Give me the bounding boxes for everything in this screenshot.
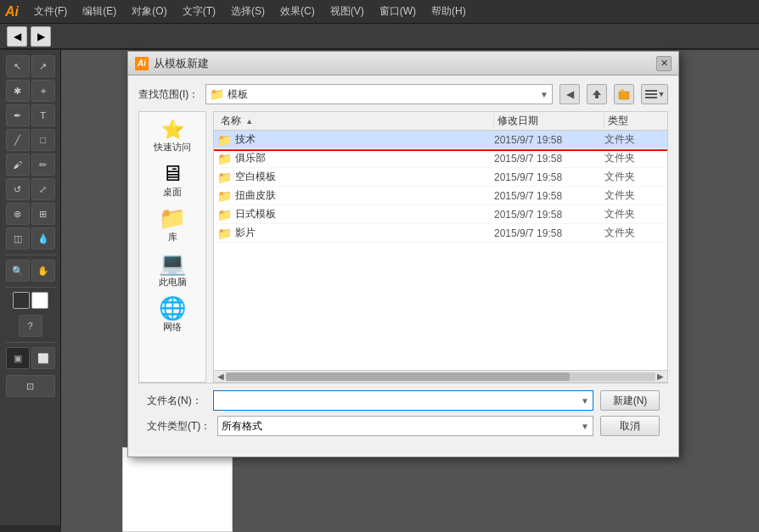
filetype-row: 文件类型(T)： 所有格式 ▼ 取消 bbox=[147, 416, 660, 436]
library-icon: 📁 bbox=[159, 207, 186, 229]
filename-label: 文件名(N)： bbox=[147, 394, 206, 408]
menu-object[interactable]: 对象(O) bbox=[125, 2, 173, 21]
select-tool[interactable]: ↖ bbox=[6, 55, 30, 77]
network-item[interactable]: 🌐 网络 bbox=[143, 294, 202, 337]
toolbar-btn-2[interactable]: ▶ bbox=[31, 26, 51, 47]
folder-icon-1: 📁 bbox=[217, 152, 232, 165]
filetype-label: 文件类型(T)： bbox=[147, 419, 211, 434]
dialog-close-button[interactable]: ✕ bbox=[656, 56, 672, 71]
file-name-0: 技术 bbox=[235, 132, 494, 147]
horizontal-scrollbar[interactable]: ◀ ▶ bbox=[214, 370, 667, 382]
search-combo-text: 模板 bbox=[228, 87, 537, 102]
question-tool[interactable]: ? bbox=[19, 315, 42, 337]
scroll-thumb[interactable] bbox=[226, 372, 570, 381]
cancel-button[interactable]: 取消 bbox=[600, 416, 660, 436]
screen-mode-btn[interactable]: ⬜ bbox=[31, 347, 55, 369]
hand-tool[interactable]: ✋ bbox=[31, 260, 55, 282]
menu-window[interactable]: 窗口(W) bbox=[373, 2, 423, 21]
quick-access-item[interactable]: ⭐ 快速访问 bbox=[143, 117, 202, 157]
menu-effect[interactable]: 效果(C) bbox=[273, 2, 322, 21]
stroke-color[interactable] bbox=[31, 292, 48, 309]
filename-input-combo[interactable]: ▼ bbox=[213, 390, 593, 411]
go-back-btn[interactable]: ◀ bbox=[559, 84, 580, 104]
canvas-preview bbox=[122, 447, 233, 532]
star-icon: ⭐ bbox=[161, 120, 184, 139]
toolbar-btn-1[interactable]: ◀ bbox=[7, 26, 27, 47]
type-tool[interactable]: T bbox=[31, 104, 55, 126]
filetype-combo[interactable]: 所有格式 ▼ bbox=[217, 416, 593, 436]
folder-icon-0: 📁 bbox=[217, 133, 232, 147]
go-up-btn[interactable] bbox=[587, 84, 607, 104]
eyedropper-tool[interactable]: 💧 bbox=[31, 227, 55, 249]
menu-edit[interactable]: 编辑(E) bbox=[76, 2, 123, 21]
blend-tool[interactable]: ⊗ bbox=[6, 203, 30, 225]
zoom-tool[interactable]: 🔍 bbox=[6, 260, 30, 282]
new-folder-icon bbox=[618, 88, 630, 100]
filename-dropdown-arrow: ▼ bbox=[581, 396, 589, 406]
filetype-dropdown-arrow: ▼ bbox=[581, 422, 589, 431]
file-row[interactable]: 📁 空白模板 2015/9/7 19:58 文件夹 bbox=[214, 168, 667, 187]
menu-select[interactable]: 选择(S) bbox=[224, 2, 272, 21]
file-list-container: ⭐ 快速访问 🖥 桌面 📁 库 💻 此电脑 🌐 网络 bbox=[138, 111, 668, 383]
file-row[interactable]: 📁 扭曲皮肤 2015/9/7 19:58 文件夹 bbox=[214, 187, 667, 205]
this-pc-icon: 💻 bbox=[159, 252, 186, 274]
col-type-header[interactable]: 类型 bbox=[604, 114, 664, 128]
rect-tool[interactable]: □ bbox=[31, 129, 55, 151]
library-label: 库 bbox=[168, 231, 177, 244]
menu-file[interactable]: 文件(F) bbox=[27, 2, 74, 21]
gradient-tool[interactable]: ◫ bbox=[6, 227, 30, 249]
direct-select-tool[interactable]: ↗ bbox=[31, 55, 55, 77]
this-pc-item[interactable]: 💻 此电脑 bbox=[143, 249, 202, 292]
file-date-5: 2015/9/7 19:58 bbox=[494, 227, 604, 239]
dialog-titlebar: Ai 从模板新建 ✕ bbox=[128, 52, 678, 76]
dialog-ai-icon: Ai bbox=[135, 57, 149, 70]
menu-help[interactable]: 帮助(H) bbox=[424, 2, 473, 21]
pencil-tool[interactable]: ✏ bbox=[31, 154, 55, 176]
file-list-body: 📁 技术 2015/9/7 19:58 文件夹 📁 俱乐部 2015/9/7 1… bbox=[214, 131, 667, 370]
artboard-tool[interactable]: ⊡ bbox=[6, 375, 55, 397]
search-range-combo[interactable]: 📁 模板 ▼ bbox=[205, 84, 553, 104]
desktop-item[interactable]: 🖥 桌面 bbox=[143, 159, 202, 202]
file-row[interactable]: 📁 日式模板 2015/9/7 19:58 文件夹 bbox=[214, 205, 667, 224]
dialog-from-template: Ai 从模板新建 ✕ 查找范围(I)： 📁 模板 ▼ ◀ bbox=[127, 51, 679, 457]
filetype-value: 所有格式 bbox=[222, 419, 581, 434]
scroll-right-arrow[interactable]: ▶ bbox=[655, 372, 666, 381]
scroll-left-arrow[interactable]: ◀ bbox=[216, 372, 226, 381]
library-item[interactable]: 📁 库 bbox=[143, 204, 202, 247]
scroll-track[interactable] bbox=[226, 372, 655, 381]
paintbrush-tool[interactable]: 🖌 bbox=[6, 154, 30, 176]
view-options-btn[interactable]: ▼ bbox=[641, 84, 668, 104]
file-date-3: 2015/9/7 19:58 bbox=[494, 190, 604, 202]
menu-text[interactable]: 文字(T) bbox=[176, 2, 222, 21]
col-name-header[interactable]: 名称 ▲ bbox=[217, 114, 494, 128]
menu-view[interactable]: 视图(V) bbox=[323, 2, 371, 21]
bottom-input-area: 文件名(N)： ▼ 新建(N) 文件类型(T)： 所有格式 ▼ 取消 bbox=[138, 383, 668, 448]
color-mode-btn[interactable]: ▣ bbox=[6, 347, 30, 369]
desktop-icon: 🖥 bbox=[161, 162, 183, 184]
file-row[interactable]: 📁 影片 2015/9/7 19:58 文件夹 bbox=[214, 224, 667, 243]
file-date-0: 2015/9/7 19:58 bbox=[494, 134, 604, 146]
file-row[interactable]: 📁 技术 2015/9/7 19:58 文件夹 bbox=[214, 131, 667, 149]
view-list-icon bbox=[644, 88, 658, 100]
file-type-4: 文件夹 bbox=[604, 207, 664, 221]
file-list-panel: 名称 ▲ 修改日期 类型 📁 技术 2015/9/7 19:58 文件夹 📁 俱… bbox=[213, 111, 668, 383]
file-type-0: 文件夹 bbox=[604, 132, 664, 147]
line-tool[interactable]: ╱ bbox=[6, 129, 30, 151]
scale-tool[interactable]: ⤢ bbox=[31, 178, 55, 200]
search-range-label: 查找范围(I)： bbox=[138, 87, 199, 102]
file-list-header: 名称 ▲ 修改日期 类型 bbox=[214, 112, 667, 131]
svg-rect-0 bbox=[619, 92, 629, 99]
mesh-tool[interactable]: ⊞ bbox=[31, 203, 55, 225]
pen-tool[interactable]: ✒ bbox=[6, 104, 30, 126]
file-row[interactable]: 📁 俱乐部 2015/9/7 19:58 文件夹 bbox=[214, 149, 667, 168]
network-label: 网络 bbox=[163, 321, 182, 333]
rotate-tool[interactable]: ↺ bbox=[6, 178, 30, 200]
new-button[interactable]: 新建(N) bbox=[600, 390, 660, 411]
create-folder-btn[interactable] bbox=[614, 84, 634, 104]
quick-access-panel: ⭐ 快速访问 🖥 桌面 📁 库 💻 此电脑 🌐 网络 bbox=[138, 111, 206, 383]
fill-color[interactable] bbox=[13, 292, 30, 309]
lasso-tool[interactable]: ⌖ bbox=[31, 80, 55, 102]
col-date-header[interactable]: 修改日期 bbox=[494, 114, 604, 128]
magic-wand-tool[interactable]: ✱ bbox=[6, 80, 30, 102]
folder-icon-2: 📁 bbox=[217, 171, 232, 184]
